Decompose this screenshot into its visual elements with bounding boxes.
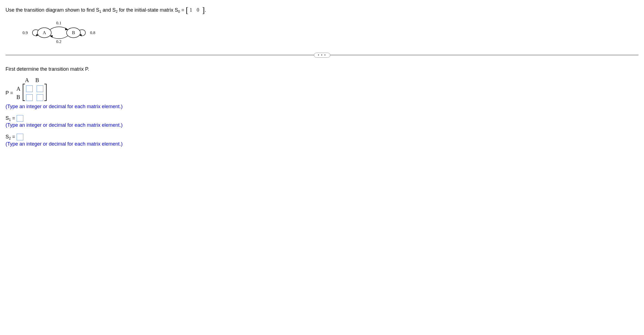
s2-pre: S [6,134,9,139]
s2-line: S2 = [6,134,638,140]
q-part3: for the initial-state matrix S [118,7,178,13]
question-text: Use the transition diagram shown to find… [6,6,638,15]
p-input-ba[interactable] [26,94,33,101]
row-header-b: B [16,94,20,100]
p-input-aa[interactable] [26,85,33,92]
q-matrix-vals: 1 0 [190,7,201,13]
hint-p: (Type an integer or decimal for each mat… [6,104,638,110]
diagram-node-b: B [72,30,75,35]
s2-sub: 2 [9,137,11,141]
row-header-a: A [16,86,20,92]
transition-diagram: A B 0.9 0.8 0.1 0.2 [14,20,638,47]
s1-input[interactable] [17,115,23,122]
q-part2: and S [101,7,116,13]
instruction-p: First determine the transition matrix P. [6,66,638,72]
diagram-b-to-a: 0.2 [56,39,62,44]
diagram-node-a: A [43,30,46,35]
more-button[interactable]: • • • [314,53,330,58]
q-period: . [205,7,206,13]
s1-line: S1 = [6,115,638,122]
hint-s2: (Type an integer or decimal for each mat… [6,141,638,147]
diagram-loop-a: 0.9 [22,31,28,35]
col-header-a: A [25,77,29,83]
s1-post: = [11,115,15,121]
q-part1: Use the transition diagram shown to find… [6,7,99,13]
diagram-a-to-b: 0.1 [56,21,62,25]
s1-sub: 1 [9,118,11,122]
diagram-loop-b: 0.8 [90,31,95,35]
q-eq: = [180,7,186,13]
p-input-bb[interactable] [37,94,43,101]
p-matrix-block: A B P = A B [6,77,638,103]
p-label: P = [6,90,13,96]
s2-input[interactable] [17,134,23,140]
hint-s1: (Type an integer or decimal for each mat… [6,122,638,128]
section-divider: • • • [6,55,638,55]
col-header-b: B [35,77,39,83]
s1-pre: S [6,115,9,121]
p-input-ab[interactable] [37,85,43,92]
s2-post: = [11,134,15,139]
